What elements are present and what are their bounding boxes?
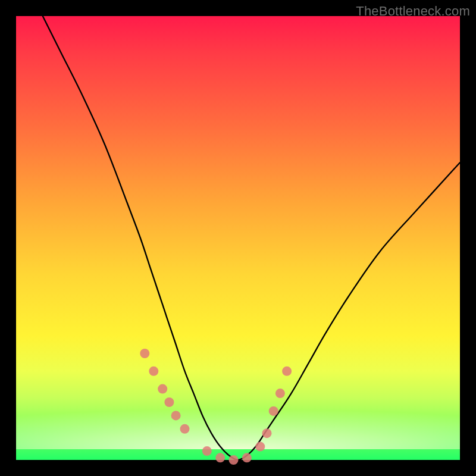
marker-dot xyxy=(149,367,158,376)
marker-dot xyxy=(164,397,174,407)
marker-dot xyxy=(275,389,285,398)
marker-dot xyxy=(171,411,181,420)
marker-dot xyxy=(269,406,278,416)
marker-dot xyxy=(255,442,265,452)
marker-dot xyxy=(180,424,190,434)
chart-frame: TheBottleneck.com xyxy=(0,0,476,476)
marker-dot xyxy=(262,428,272,438)
marker-dot xyxy=(282,367,292,376)
marker-dot xyxy=(242,453,252,462)
plot-area xyxy=(16,16,460,460)
curve-svg xyxy=(16,16,460,460)
bottleneck-curve xyxy=(43,16,460,460)
marker-dot xyxy=(229,455,239,465)
marker-dot xyxy=(202,446,212,456)
marker-dot xyxy=(140,349,149,358)
marker-dot xyxy=(215,453,225,462)
highlight-markers xyxy=(140,349,292,465)
marker-dot xyxy=(158,384,167,394)
